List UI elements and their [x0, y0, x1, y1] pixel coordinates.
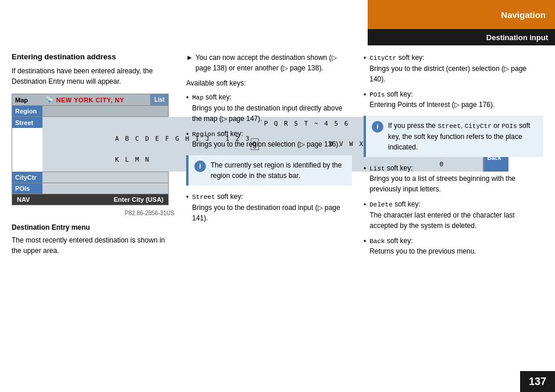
- bullet-sym-list: •: [364, 163, 366, 195]
- bullet-list: • List soft key:Brings you to a list of …: [364, 163, 543, 195]
- bullet-street: • Street soft key:Brings you to the dest…: [186, 191, 352, 223]
- available-label: Available soft keys:: [186, 79, 352, 87]
- nav-label-map[interactable]: Map: [12, 94, 42, 105]
- bullet-back-text: Back soft key:Returns you to the previou…: [369, 236, 476, 257]
- info-text-mid: The currently set region is identified b…: [211, 160, 346, 181]
- nav-row-cityctr: CityCtr: [12, 172, 168, 183]
- info-icon-right: i: [372, 121, 383, 133]
- bullet-sym-cityctr: •: [364, 53, 366, 84]
- info-box-right: i If you press the Street, CityCtr or PO…: [364, 116, 543, 157]
- bullet-region: • Region soft key:Brings you to the regi…: [186, 129, 352, 150]
- bullet-back: • Back soft key:Returns you to the previ…: [364, 236, 543, 257]
- nav-ui-mockup: Map 📡 NEW YORK CITY, NY List Region Stre…: [12, 94, 169, 205]
- nav-enter-city: Enter City (USA): [113, 196, 163, 203]
- bullet-cityctr: • CityCtr soft key:Brings you to the dis…: [364, 52, 543, 84]
- info-icon-mid: i: [194, 161, 206, 172]
- bullet-map: • Map soft key:Brings you to the destina…: [186, 92, 352, 124]
- arrow-icon: ►: [186, 52, 193, 73]
- nav-cityctr-content: [42, 172, 168, 183]
- nav-row-pois: POIs: [12, 183, 168, 194]
- map-icon: 📡: [45, 96, 54, 104]
- nav-region-content: [42, 106, 168, 116]
- bullet-pois-text: POIs soft key:Entering Points of Interes…: [369, 89, 494, 111]
- nav-pois-content: [42, 183, 168, 194]
- nav-nav-label: NAV: [17, 196, 30, 203]
- image-label: P82.86-2856-31US: [12, 210, 175, 216]
- bullet-pois: • POIs soft key:Entering Points of Inter…: [364, 89, 543, 111]
- left-intro: If destinations have been entered alread…: [12, 66, 175, 87]
- bullet-sym-back: •: [364, 236, 366, 257]
- nav-label-pois[interactable]: POIs: [12, 183, 42, 194]
- mid-column: ► You can now accept the destination sho…: [186, 52, 352, 380]
- arrow-para: ► You can now accept the destination sho…: [186, 52, 352, 73]
- entry-menu-heading: Destination Entry menu: [12, 223, 175, 231]
- bullet-sym-street: •: [186, 192, 188, 223]
- bullet-street-text: Street soft key:Brings you to the destin…: [192, 191, 352, 223]
- info-text-right: If you press the Street, CityCtr or POIs…: [388, 120, 538, 152]
- bullet-map-text: Map soft key:Brings you to the destinati…: [192, 92, 352, 124]
- bullet-sym-delete: •: [364, 199, 366, 231]
- nav-city-content: 📡 NEW YORK CITY, NY: [42, 94, 150, 105]
- bullet-sym-region: •: [186, 129, 188, 150]
- right-column: • CityCtr soft key:Brings you to the dis…: [364, 52, 543, 380]
- bullet-delete-text: Delete soft key:The character last enter…: [369, 199, 543, 231]
- arrow-text: You can now accept the destination shown…: [195, 52, 352, 73]
- info-box-mid: i The currently set region is identified…: [186, 155, 352, 186]
- left-heading: Entering destination address: [12, 52, 175, 61]
- nav-btn-list[interactable]: List: [150, 94, 168, 105]
- bullet-sym-map: •: [186, 92, 188, 124]
- nav-label-cityctr[interactable]: CityCtr: [12, 172, 42, 183]
- bullet-sym-pois: •: [364, 90, 366, 111]
- bullet-cityctr-text: CityCtr soft key:Brings you to the distr…: [369, 52, 543, 84]
- main-content: Entering destination address If destinat…: [0, 0, 555, 392]
- left-column: Entering destination address If destinat…: [12, 52, 175, 380]
- nav-label-region[interactable]: Region: [12, 106, 42, 116]
- entry-menu-text: The most recently entered destination is…: [12, 235, 175, 256]
- nav-label-street[interactable]: Street: [12, 117, 42, 128]
- bullet-delete: • Delete soft key:The character last ent…: [364, 199, 543, 231]
- nav-row-region: Region: [12, 106, 168, 117]
- bullet-list-text: List soft key:Brings you to a list of st…: [369, 163, 543, 195]
- nav-row-street: Street A B C D E F G H I J 1 2 3 K L M N…: [12, 117, 168, 172]
- nav-bottom-row: NAV Enter City (USA): [12, 194, 168, 205]
- bullet-region-text: Region soft key:Brings you to the region…: [192, 129, 340, 150]
- nav-row-map: Map 📡 NEW YORK CITY, NY List: [12, 94, 168, 106]
